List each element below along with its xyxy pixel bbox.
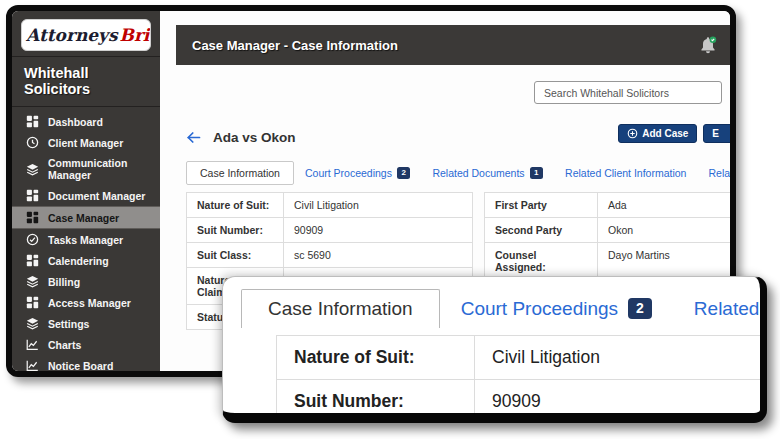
sidebar-item-label: Notice Board bbox=[48, 360, 113, 372]
tab-label: Court Proceedings bbox=[305, 167, 392, 179]
detail-label: Second Party bbox=[485, 218, 598, 242]
detail-label: Nature of Suit: bbox=[187, 193, 284, 217]
detail-label: First Party bbox=[485, 193, 598, 217]
sidebar-item-calendering[interactable]: Calendering bbox=[12, 250, 160, 271]
sidebar-item-label: Case Manager bbox=[48, 212, 119, 224]
detail-row-nature-of-suit: Nature of Suit: Civil Litigation bbox=[187, 193, 472, 218]
sidebar-item-label: Billing bbox=[48, 276, 80, 288]
grid-icon bbox=[26, 296, 39, 309]
chart-icon bbox=[26, 359, 39, 372]
detail-value: Okon bbox=[598, 218, 730, 242]
search-input[interactable] bbox=[534, 81, 722, 104]
detail-value: sc 5690 bbox=[284, 243, 472, 267]
tab-label: Court Proceedings bbox=[461, 298, 618, 320]
action-button-e[interactable]: E bbox=[703, 124, 730, 143]
sidebar-item-communication-manager[interactable]: Communication Manager bbox=[12, 153, 160, 185]
tab-count-badge: 2 bbox=[628, 298, 652, 319]
magnified-callout: Case Information Court Proceedings 2 Rel… bbox=[222, 276, 767, 423]
magnified-table: Nature of Suit: Civil Litigation Suit Nu… bbox=[276, 335, 767, 423]
overlay-tab-court-proceedings[interactable]: Court Proceedings 2 bbox=[440, 290, 673, 328]
detail-row-suit-class: Suit Class: sc 5690 bbox=[187, 243, 472, 268]
tab-label: Related Documents bbox=[694, 298, 767, 320]
overlay-tab-related-documents[interactable]: Related Documents 1 bbox=[673, 290, 767, 328]
chart-icon bbox=[26, 338, 39, 351]
org-name: Whitehall Solicitors bbox=[12, 56, 160, 107]
sidebar-item-client-manager[interactable]: Client Manager bbox=[12, 132, 160, 153]
sidebar-item-billing[interactable]: Billing bbox=[12, 271, 160, 292]
tab-case-information[interactable]: Case Information bbox=[186, 161, 294, 185]
tab-related-client-information[interactable]: Related Client Information bbox=[554, 162, 697, 184]
tab-court-proceedings[interactable]: Court Proceedings 2 bbox=[294, 162, 421, 184]
logo-text-brief: Brief bbox=[120, 25, 151, 45]
detail-value: Dayo Martins bbox=[598, 243, 730, 279]
grid-icon bbox=[26, 211, 39, 224]
overlay-row-nature-of-suit: Nature of Suit: Civil Litigation bbox=[277, 336, 767, 380]
sidebar-item-label: Charts bbox=[48, 339, 81, 351]
detail-row-suit-number: Suit Number: 90909 bbox=[187, 218, 472, 243]
layers-icon bbox=[26, 275, 39, 288]
grid-icon bbox=[26, 115, 39, 128]
overlay-tab-case-information[interactable]: Case Information bbox=[241, 289, 440, 328]
overlay-row-suit-number: Suit Number: 90909 bbox=[277, 380, 767, 423]
sidebar-item-access-manager[interactable]: Access Manager bbox=[12, 292, 160, 313]
magnified-tabs: Case Information Court Proceedings 2 Rel… bbox=[241, 289, 760, 328]
tab-label: Case Information bbox=[268, 298, 413, 320]
detail-value: 90909 bbox=[475, 380, 767, 423]
sidebar-item-case-manager[interactable]: Case Manager bbox=[12, 206, 160, 229]
case-title: Ada vs Okon bbox=[213, 130, 296, 145]
case-actions: Add Case E bbox=[618, 124, 730, 143]
page-header: Case Manager - Case Information bbox=[176, 25, 730, 65]
detail-label: Suit Class: bbox=[187, 243, 284, 267]
detail-row-first-party: First Party Ada bbox=[485, 193, 730, 218]
check-circle-icon bbox=[26, 233, 39, 246]
app-logo: AttorneysBrief bbox=[21, 19, 151, 51]
button-label: E bbox=[712, 128, 719, 139]
notifications-bell-icon[interactable] bbox=[698, 35, 718, 55]
sidebar-item-tasks-manager[interactable]: Tasks Manager bbox=[12, 229, 160, 250]
sidebar-item-label: Tasks Manager bbox=[48, 234, 123, 246]
detail-value: Ada bbox=[598, 193, 730, 217]
tab-label: Related Client Information bbox=[565, 167, 686, 179]
sidebar-item-label: Settings bbox=[48, 318, 89, 330]
detail-label: Suit Number: bbox=[187, 218, 284, 242]
grid-icon bbox=[26, 189, 39, 202]
detail-row-counsel-assigned: Counsel Assigned: Dayo Martins bbox=[485, 243, 730, 280]
detail-value: 90909 bbox=[284, 218, 472, 242]
tab-related-documents[interactable]: Related Documents 1 bbox=[421, 162, 554, 184]
sidebar-item-label: Communication Manager bbox=[48, 157, 154, 181]
detail-label: Counsel Assigned: bbox=[485, 243, 598, 279]
sidebar-item-label: Access Manager bbox=[48, 297, 131, 309]
sidebar-item-notice-board[interactable]: Notice Board bbox=[12, 355, 160, 376]
sidebar-item-label: Client Manager bbox=[48, 137, 123, 149]
layers-icon bbox=[26, 317, 39, 330]
tab-label: Case Information bbox=[200, 167, 280, 179]
detail-row-second-party: Second Party Okon bbox=[485, 218, 730, 243]
sidebar-item-label: Dashboard bbox=[48, 116, 103, 128]
tab-label: Related Documents bbox=[432, 167, 524, 179]
sidebar-item-dashboard[interactable]: Dashboard bbox=[12, 111, 160, 132]
case-heading-row: Ada vs Okon Add Case E bbox=[186, 127, 730, 147]
back-arrow-icon[interactable] bbox=[186, 131, 201, 144]
sidebar-item-settings[interactable]: Settings bbox=[12, 313, 160, 334]
layers-icon bbox=[26, 163, 39, 176]
sidebar-item-document-manager[interactable]: Document Manager bbox=[12, 185, 160, 206]
case-tabs: Case Information Court Proceedings 2 Rel… bbox=[186, 161, 730, 185]
sidebar-menu: Dashboard Client Manager Communication M… bbox=[12, 111, 160, 376]
detail-label: Nature of Suit: bbox=[277, 336, 475, 379]
detail-value: Civil Litigation bbox=[284, 193, 472, 217]
grid-icon bbox=[26, 254, 39, 267]
sidebar-item-label: Document Manager bbox=[48, 190, 145, 202]
sidebar-item-charts[interactable]: Charts bbox=[12, 334, 160, 355]
page-title: Case Manager - Case Information bbox=[192, 38, 398, 53]
screenshot-canvas: AttorneysBrief Whitehall Solicitors Dash… bbox=[0, 0, 780, 439]
clock-icon bbox=[26, 136, 39, 149]
button-label: Add Case bbox=[642, 128, 688, 139]
sidebar: AttorneysBrief Whitehall Solicitors Dash… bbox=[12, 11, 160, 371]
detail-value: Civil Litigation bbox=[475, 336, 767, 379]
tab-label: Related Contacts bbox=[708, 167, 730, 179]
tab-count-badge: 1 bbox=[530, 167, 543, 179]
detail-label: Suit Number: bbox=[277, 380, 475, 423]
action-button-add-case[interactable]: Add Case bbox=[618, 124, 697, 143]
tab-related-contacts[interactable]: Related Contacts 1 bbox=[697, 162, 730, 184]
logo-text-attorneys: Attorneys bbox=[26, 25, 118, 45]
